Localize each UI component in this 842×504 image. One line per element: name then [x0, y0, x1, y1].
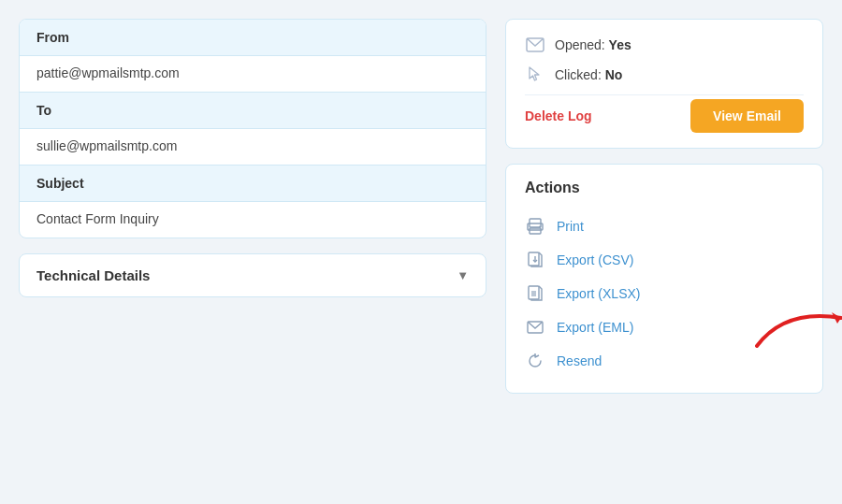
export-xlsx-icon: [525, 283, 545, 304]
actions-title: Actions: [525, 180, 804, 196]
action-resend[interactable]: Resend: [525, 344, 804, 378]
subject-value: Contact Form Inquiry: [20, 202, 486, 238]
opened-row: Opened: Yes: [525, 35, 804, 55]
to-value: sullie@wpmailsmtp.com: [20, 129, 486, 165]
technical-details-header[interactable]: Technical Details ▼: [20, 254, 486, 296]
export-csv-icon: [525, 250, 545, 270]
action-export-eml[interactable]: Export (EML): [525, 310, 804, 344]
to-header-row: To: [20, 92, 486, 129]
status-card: Opened: Yes Clicked: No Delete Log: [505, 19, 823, 149]
svg-rect-2: [530, 228, 541, 234]
technical-details-label: Technical Details: [36, 267, 150, 283]
svg-rect-7: [529, 286, 539, 299]
from-label: From: [36, 30, 69, 45]
clicked-text: Clicked: No: [555, 67, 622, 82]
opened-text: Opened: Yes: [555, 37, 632, 52]
subject-header-row: Subject: [20, 165, 486, 202]
action-export-eml-label: Export (EML): [557, 320, 633, 335]
action-export-xlsx-label: Export (XLSX): [557, 286, 640, 301]
export-eml-icon: [525, 317, 545, 338]
subject-label: Subject: [36, 176, 84, 191]
action-export-csv-label: Export (CSV): [557, 252, 633, 267]
from-header-row: From: [20, 20, 486, 56]
delete-log-button[interactable]: Delete Log: [525, 101, 592, 131]
email-info-card: From pattie@wpmailsmtp.com To sullie@wpm…: [19, 19, 486, 238]
print-icon: [525, 216, 545, 237]
technical-details-card[interactable]: Technical Details ▼: [19, 253, 486, 297]
svg-marker-12: [832, 312, 841, 324]
action-export-xlsx[interactable]: Export (XLSX): [525, 277, 804, 310]
clicked-row: Clicked: No: [525, 65, 804, 85]
cursor-icon: [525, 65, 545, 85]
svg-point-4: [539, 226, 541, 228]
right-panel: Opened: Yes Clicked: No Delete Log: [505, 19, 823, 394]
to-label: To: [36, 103, 51, 118]
envelope-icon: [525, 35, 545, 55]
svg-rect-5: [529, 252, 539, 266]
resend-icon: [525, 351, 545, 371]
left-panel: From pattie@wpmailsmtp.com To sullie@wpm…: [19, 19, 486, 394]
chevron-down-icon: ▼: [457, 268, 469, 282]
from-value: pattie@wpmailsmtp.com: [20, 56, 486, 92]
action-print[interactable]: Print: [525, 209, 804, 243]
view-email-button[interactable]: View Email: [690, 99, 804, 133]
action-resend-label: Resend: [557, 353, 602, 368]
action-export-csv[interactable]: Export (CSV): [525, 243, 804, 277]
actions-card: Actions Print: [505, 164, 823, 394]
action-buttons-row: Delete Log View Email: [525, 94, 804, 133]
main-container: From pattie@wpmailsmtp.com To sullie@wpm…: [19, 19, 823, 394]
action-print-label: Print: [557, 219, 584, 234]
